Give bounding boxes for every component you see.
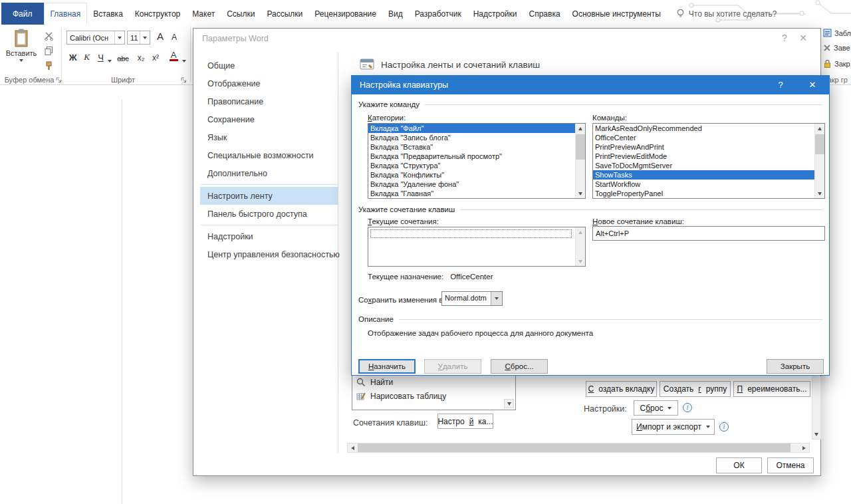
command-item[interactable]: PrintPreviewEditMode xyxy=(593,152,814,161)
scroll-left-button[interactable] xyxy=(348,443,358,452)
font-name-dropdown[interactable] xyxy=(114,31,124,44)
horizontal-scrollbar[interactable] xyxy=(347,443,810,453)
commands-scrollbar[interactable] xyxy=(814,124,824,198)
format-painter-button[interactable] xyxy=(41,59,56,72)
options-nav-item[interactable]: Центр управления безопасностью xyxy=(200,245,338,263)
options-nav-item[interactable]: Язык xyxy=(200,128,338,146)
save-in-dropdown[interactable] xyxy=(491,292,502,305)
ribbon-tab[interactable]: Макет xyxy=(186,3,221,25)
shrink-font-button[interactable]: А xyxy=(172,33,177,42)
category-item[interactable]: Вкладка "Вставка" xyxy=(368,142,575,152)
ribbon-tab[interactable]: Справка xyxy=(523,3,566,25)
ribbon-tab[interactable]: Ссылки xyxy=(221,3,261,25)
info-icon[interactable] xyxy=(683,403,692,412)
category-item[interactable]: Вкладка "Файл" xyxy=(368,124,575,133)
clipboard-dialog-launcher-icon[interactable] xyxy=(56,77,62,83)
ribbon-tab[interactable]: Разработчик xyxy=(409,3,467,25)
category-item[interactable]: Вкладка "Удаление фона" xyxy=(368,180,575,189)
ribbon-tab[interactable]: Рассылки xyxy=(261,3,308,25)
cut-button[interactable] xyxy=(41,30,56,43)
current-keys-listbox[interactable] xyxy=(368,227,586,267)
options-nav-item[interactable]: Общие xyxy=(200,57,338,74)
options-nav-item[interactable]: Настроить ленту xyxy=(200,187,338,205)
current-keys-scrollbar[interactable] xyxy=(575,227,585,266)
command-item[interactable]: MarkAsReadOnlyRecommended xyxy=(593,124,814,133)
font-color-dropdown-caret[interactable] xyxy=(181,50,187,63)
paste-button[interactable]: Вставить xyxy=(4,28,39,74)
scroll-right-button[interactable] xyxy=(799,443,809,452)
subscript-button[interactable]: x₂ xyxy=(134,50,148,63)
keyboard-dialog-titlebar[interactable]: Настройка клавиатуры xyxy=(352,76,829,94)
new-group-button[interactable]: Создать группу xyxy=(660,381,731,397)
command-item[interactable]: SaveToDocMgmtServer xyxy=(593,161,814,170)
categories-scrollbar[interactable] xyxy=(575,124,585,198)
assign-button[interactable]: Назначить xyxy=(358,359,416,374)
tell-me-box[interactable]: Что вы хотите сделать? xyxy=(676,3,777,25)
ribbon-tab[interactable]: Рецензирование xyxy=(308,3,382,25)
options-nav-item[interactable]: Правописание xyxy=(200,92,338,110)
reset-all-button[interactable]: Сброс... xyxy=(491,359,548,374)
remove-button[interactable]: Удалить xyxy=(424,359,481,374)
options-nav-item[interactable]: Панель быстрого доступа xyxy=(200,205,338,223)
ribbon-tab[interactable]: Конструктор xyxy=(129,3,186,25)
ribbon-tab[interactable]: Основные инструменты xyxy=(566,3,667,25)
font-size-dropdown[interactable] xyxy=(140,31,150,44)
font-size-combo[interactable]: 11 xyxy=(127,31,150,45)
underline-button[interactable]: Ч xyxy=(94,50,107,63)
new-tab-button[interactable]: Создать вкладку xyxy=(586,381,657,397)
options-nav-item[interactable]: Отображение xyxy=(200,74,338,92)
command-item[interactable]: PrintPreviewAndPrint xyxy=(593,142,814,152)
strikethrough-button[interactable]: abc xyxy=(114,50,132,63)
ribbon-tab[interactable]: Вид xyxy=(382,3,409,25)
options-nav-item[interactable]: Дополнительно xyxy=(200,164,338,182)
options-nav-item[interactable]: Специальные возможности xyxy=(200,146,338,164)
options-nav-item[interactable]: Надстройки xyxy=(200,227,338,245)
grow-font-button[interactable]: А xyxy=(157,31,164,42)
list-scroll-down-button[interactable] xyxy=(504,399,514,408)
underline-dropdown-caret[interactable] xyxy=(106,50,113,63)
options-close-button[interactable]: ✕ xyxy=(796,33,810,43)
import-export-button[interactable]: Импорт и экспорт xyxy=(632,419,715,435)
command-item[interactable]: TogglePropertyPanel xyxy=(593,189,814,198)
font-color-button[interactable]: А xyxy=(168,50,180,63)
rename-button[interactable]: Переименовать... xyxy=(733,381,810,397)
font-name-combo[interactable]: Calibri (Осн xyxy=(66,31,125,45)
save-in-combo[interactable]: Normal.dotm xyxy=(441,291,503,306)
list-item-find[interactable]: Найти xyxy=(356,378,393,387)
cut-button-close[interactable]: Закр xyxy=(823,59,850,68)
categories-listbox[interactable]: Вкладка "Файл"Вкладка "Запись блога"Вкла… xyxy=(368,123,586,199)
options-nav-item[interactable]: Сохранение xyxy=(200,110,338,128)
italic-button[interactable]: К xyxy=(80,50,93,63)
category-item[interactable]: Вкладка "Запись блога" xyxy=(368,133,575,142)
tab-file[interactable]: Файл xyxy=(1,3,44,25)
category-item[interactable]: Вкладка "Конфликты" xyxy=(368,170,575,180)
close-button[interactable]: Закрыть xyxy=(767,359,824,374)
category-item[interactable]: Вкладка "Главная" xyxy=(368,189,575,198)
cut-button-lock-authors[interactable]: Забл xyxy=(823,29,851,37)
options-help-button[interactable]: ? xyxy=(778,33,791,43)
reset-dropdown-button[interactable]: Сброс xyxy=(634,400,678,416)
vertical-scrollbar-remnant[interactable] xyxy=(812,376,821,440)
category-item[interactable]: Вкладка "Структура" xyxy=(368,161,575,170)
keyboard-help-button[interactable]: ? xyxy=(771,76,790,94)
command-item[interactable]: StartWorkflow xyxy=(593,180,814,189)
command-item[interactable]: OfficeCenter xyxy=(593,133,814,142)
copy-button[interactable] xyxy=(41,45,56,57)
new-key-input[interactable] xyxy=(592,226,825,241)
ribbon-tab[interactable]: Надстройки xyxy=(467,3,523,25)
ribbon-tab[interactable]: Главная xyxy=(44,3,88,25)
cut-button-finish[interactable]: Заве xyxy=(823,44,850,52)
font-dialog-launcher-icon[interactable] xyxy=(181,77,187,83)
category-item[interactable]: Вкладка "Предварительный просмотр" xyxy=(368,152,575,161)
scrollbar-thumb[interactable] xyxy=(358,443,790,452)
superscript-button[interactable]: x² xyxy=(149,50,162,63)
info-icon[interactable] xyxy=(719,422,729,432)
list-item-draw-table[interactable]: Нарисовать таблицу xyxy=(356,392,446,401)
bold-button[interactable]: Ж xyxy=(66,50,79,63)
ribbon-tab[interactable]: Вставка xyxy=(87,3,129,25)
keyboard-close-button[interactable]: ✕ xyxy=(802,76,822,94)
customize-shortcuts-button[interactable]: Настройка... xyxy=(437,414,493,429)
ok-button[interactable]: ОК xyxy=(716,457,762,473)
cancel-button[interactable]: Отмена xyxy=(767,457,814,473)
commands-listbox[interactable]: MarkAsReadOnlyRecommendedOfficeCenterPri… xyxy=(592,123,825,199)
